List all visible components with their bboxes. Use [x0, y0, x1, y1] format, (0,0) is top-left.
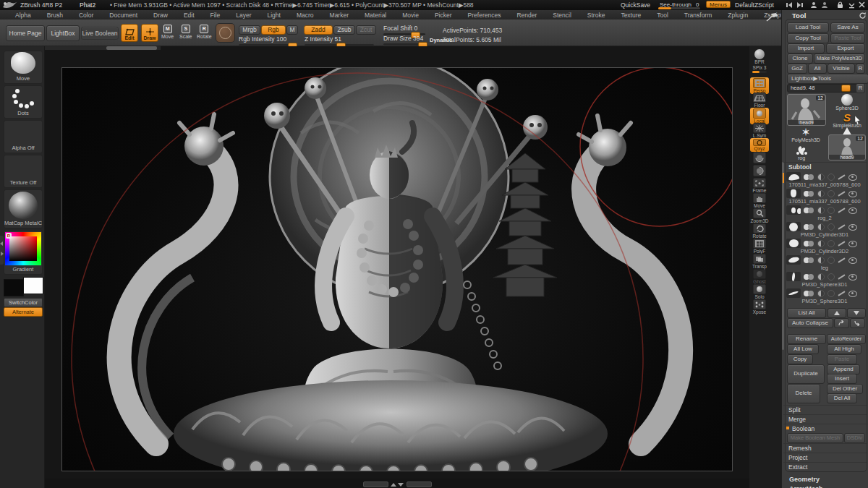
- canvas-h-scrollbar[interactable]: [45, 46, 161, 50]
- tool-item-simplebrush[interactable]: S SimpleBrush: [830, 113, 864, 128]
- paste-tool-button[interactable]: Paste Tool: [830, 33, 865, 43]
- rgb-button[interactable]: Rgb: [261, 25, 286, 35]
- tool-r-button[interactable]: R: [856, 83, 865, 93]
- polyf-button[interactable]: PolyF: [750, 239, 769, 254]
- tool-item-head9-selected[interactable]: 12 head9: [787, 94, 826, 126]
- subtool-row[interactable]: PM3D_Sphere3D1: [785, 272, 864, 288]
- transp-button[interactable]: Transp: [750, 254, 769, 269]
- duplicate-button[interactable]: Duplicate: [787, 364, 825, 384]
- append-button[interactable]: Append: [827, 364, 860, 374]
- visibility-icon[interactable]: [848, 291, 857, 297]
- all-high-button[interactable]: All High: [827, 344, 861, 354]
- del-other-button[interactable]: Del Other: [827, 384, 863, 394]
- xpose-button[interactable]: Xpose: [750, 299, 769, 314]
- persp-button[interactable]: Persp: [750, 77, 769, 94]
- see-through-slider[interactable]: [658, 7, 700, 9]
- arraymesh-section[interactable]: ArrayMesh: [789, 485, 823, 488]
- menu-color[interactable]: Color: [71, 12, 101, 19]
- menu-macro[interactable]: Macro: [289, 12, 322, 19]
- menu-layer[interactable]: Layer: [228, 12, 259, 19]
- load-tool-button[interactable]: Load Tool: [787, 22, 829, 33]
- delete-button[interactable]: Delete: [787, 384, 820, 403]
- export-button[interactable]: Export: [826, 43, 865, 53]
- local-button[interactable]: Local: [750, 108, 769, 124]
- menu-movie[interactable]: Movie: [394, 12, 427, 19]
- project-section[interactable]: Project: [783, 453, 867, 462]
- current-brush-icon[interactable]: [216, 23, 235, 43]
- menus-button[interactable]: Menus: [706, 1, 731, 8]
- polypaint-icon[interactable]: [838, 207, 845, 213]
- panel-scrollbar[interactable]: [782, 162, 784, 350]
- home-page-button[interactable]: Home Page: [6, 25, 45, 41]
- ghost-button[interactable]: Ghost: [750, 269, 769, 284]
- color-picker[interactable]: R Gradient: [4, 230, 43, 275]
- copy-tool-button[interactable]: Copy Tool: [787, 33, 829, 43]
- copy-button[interactable]: Copy: [787, 354, 813, 364]
- extract-section[interactable]: Extract: [783, 462, 867, 471]
- menu-picker[interactable]: Picker: [427, 12, 460, 19]
- focal-shift-slider[interactable]: Focal Shift 0: [383, 25, 425, 35]
- polypaint-icon[interactable]: [838, 274, 845, 280]
- floor-button[interactable]: Floor: [750, 93, 769, 108]
- lightbox-tools-button[interactable]: Lightbox▶Tools: [787, 74, 868, 84]
- menu-stroke[interactable]: Stroke: [579, 12, 613, 19]
- menu-file[interactable]: File: [203, 12, 229, 19]
- tool-item-sphere3d[interactable]: Sphere3D: [830, 94, 864, 111]
- merge-section[interactable]: Merge: [783, 414, 867, 424]
- autoreorder-button[interactable]: AutoReorder: [827, 334, 866, 344]
- alpha-selector[interactable]: Alpha Off: [4, 120, 43, 153]
- stroke-selector[interactable]: Dots: [4, 85, 43, 119]
- alternate-button[interactable]: Alternate: [4, 307, 43, 317]
- visibility-icon[interactable]: [848, 224, 857, 231]
- list-all-button[interactable]: List All: [787, 308, 826, 318]
- goz-r-button[interactable]: R: [856, 64, 865, 74]
- all-low-button[interactable]: All Low: [787, 344, 819, 354]
- tray-resize-handle[interactable]: [0, 236, 4, 265]
- geometry-section[interactable]: Geometry: [789, 476, 820, 483]
- menu-light[interactable]: Light: [260, 12, 289, 19]
- spix-slider[interactable]: SPix 3: [750, 65, 769, 73]
- live-boolean-button[interactable]: Live Boolean: [81, 27, 119, 40]
- subtool-row[interactable]: PM3D_Cylinder3D1: [785, 222, 864, 238]
- draw-button[interactable]: Draw: [141, 24, 158, 42]
- subtool-row[interactable]: PM3D_Cylinder3D2: [785, 239, 864, 254]
- menu-preferences[interactable]: Preferences: [460, 12, 509, 19]
- customize-right-icon[interactable]: [820, 1, 828, 9]
- make-polymesh3d-button[interactable]: Make PolyMesh3D: [814, 53, 865, 64]
- boolean-section[interactable]: Boolean: [783, 424, 868, 433]
- doc-scrollbar-left[interactable]: [363, 481, 388, 487]
- goz-all-button[interactable]: All: [808, 64, 827, 74]
- subtool-up-button[interactable]: [827, 308, 846, 318]
- menu-zplugin[interactable]: Zplugin: [720, 12, 756, 19]
- menu-edit[interactable]: Edit: [176, 12, 203, 19]
- lightbox-button[interactable]: LightBox: [46, 25, 80, 41]
- doc-scrollbar-right[interactable]: [407, 481, 432, 487]
- z-intensity-slider[interactable]: Z Intensity 51: [305, 35, 374, 46]
- menu-material[interactable]: Material: [357, 12, 394, 19]
- spin-x-button[interactable]: [750, 152, 769, 163]
- collapse-in-button[interactable]: [834, 318, 849, 328]
- subtool-row[interactable]: 170511_mia337_005788_600: [785, 172, 864, 188]
- clone-button[interactable]: Clone: [787, 53, 813, 64]
- document-area[interactable]: [61, 67, 733, 471]
- subtool-section-header[interactable]: Subtool: [783, 162, 867, 171]
- visibility-icon[interactable]: [848, 274, 857, 281]
- frame-button[interactable]: Frame: [750, 178, 769, 193]
- viewport-canvas[interactable]: [45, 46, 749, 479]
- close-icon[interactable]: [858, 1, 866, 9]
- visibility-icon[interactable]: [848, 241, 857, 247]
- minimize-icon[interactable]: [848, 1, 856, 9]
- move-gyro-button[interactable]: MMove: [161, 25, 174, 39]
- rgb-intensity-slider[interactable]: Rgb Intensity 100: [239, 35, 297, 46]
- menu-document[interactable]: Document: [101, 12, 145, 19]
- zoom3d-button[interactable]: Zoom3D: [750, 208, 769, 223]
- subtool-down-button[interactable]: [847, 308, 866, 318]
- color-picker-wheel[interactable]: R: [5, 232, 41, 265]
- subtool-row[interactable]: 170511_mia337_005788_600: [785, 189, 864, 205]
- m-button[interactable]: M: [286, 25, 298, 35]
- menu-texture[interactable]: Texture: [613, 12, 649, 19]
- scroll-down-icon[interactable]: [398, 483, 404, 487]
- goz-visible-button[interactable]: Visible: [827, 64, 855, 74]
- menu-stencil[interactable]: Stencil: [545, 12, 579, 19]
- menu-draw[interactable]: Draw: [145, 12, 176, 19]
